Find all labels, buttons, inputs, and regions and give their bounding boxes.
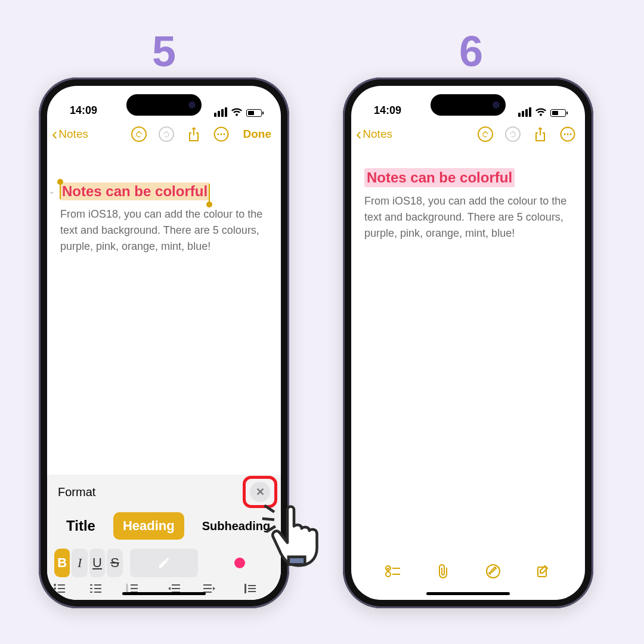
bold-button[interactable]: B xyxy=(54,549,70,577)
svg-point-39 xyxy=(569,133,571,135)
svg-rect-29 xyxy=(248,585,256,586)
collapse-caret-icon[interactable]: ⌄ xyxy=(48,186,55,196)
svg-point-3 xyxy=(223,133,225,135)
block-quote-button[interactable] xyxy=(244,583,275,594)
svg-rect-31 xyxy=(248,591,256,592)
dashed-list-button[interactable] xyxy=(89,583,124,594)
back-label: Notes xyxy=(363,128,392,141)
screen: 14:09 ‹ Notes xyxy=(351,86,585,600)
cellular-icon xyxy=(518,107,531,117)
bottom-toolbar xyxy=(351,563,585,580)
color-dot-icon xyxy=(234,558,245,568)
svg-rect-17 xyxy=(131,584,138,586)
step-label-6: 6 xyxy=(459,27,483,76)
more-button[interactable] xyxy=(213,126,229,142)
style-heading[interactable]: Heading xyxy=(113,512,184,540)
dash-list-icon xyxy=(89,583,103,594)
svg-point-42 xyxy=(386,572,391,577)
undo-button[interactable] xyxy=(131,126,147,142)
svg-point-6 xyxy=(54,587,56,590)
close-format-button[interactable]: ✕ xyxy=(250,482,270,502)
svg-rect-25 xyxy=(203,584,212,586)
phone-step-6: 14:09 ‹ Notes xyxy=(343,78,593,608)
dynamic-island xyxy=(431,94,506,116)
blockquote-icon xyxy=(244,583,257,594)
redo-button[interactable] xyxy=(505,126,521,142)
redo-button[interactable] xyxy=(159,126,174,142)
status-time: 14:09 xyxy=(70,104,97,119)
compose-button[interactable] xyxy=(535,563,552,580)
svg-point-37 xyxy=(564,133,565,135)
svg-rect-41 xyxy=(392,568,400,569)
share-button[interactable] xyxy=(186,126,202,142)
selection-handle-end[interactable] xyxy=(206,202,212,208)
svg-rect-7 xyxy=(58,588,65,589)
battery-icon xyxy=(550,109,566,117)
close-icon: ✕ xyxy=(256,485,265,499)
highlight-button[interactable] xyxy=(130,549,199,577)
svg-rect-15 xyxy=(94,592,101,593)
svg-rect-5 xyxy=(58,584,65,586)
inline-style-row: B I U S xyxy=(54,549,274,577)
done-button[interactable]: Done xyxy=(243,128,272,141)
phone-step-5: 14:09 ‹ Notes xyxy=(39,78,289,608)
svg-rect-22 xyxy=(172,584,180,586)
text-style-row[interactable]: Title Heading Subheading Body xyxy=(53,509,275,546)
markup-button[interactable] xyxy=(485,563,501,580)
svg-rect-28 xyxy=(244,584,246,593)
share-button[interactable] xyxy=(532,126,548,142)
svg-rect-11 xyxy=(94,584,101,586)
svg-rect-30 xyxy=(248,588,256,589)
svg-rect-26 xyxy=(203,588,212,589)
svg-rect-35 xyxy=(289,557,305,565)
format-label: Format xyxy=(58,485,95,499)
svg-rect-43 xyxy=(392,574,400,575)
format-panel: Format ✕ Title Heading Subheading Body B… xyxy=(47,475,281,600)
note-body[interactable]: From iOS18, you can add the colour to th… xyxy=(364,193,572,242)
back-label: Notes xyxy=(58,128,88,141)
note-title-selected[interactable]: Notes can be colorful xyxy=(60,182,209,200)
svg-rect-19 xyxy=(131,588,138,589)
nav-bar: ‹ Notes Done xyxy=(47,119,281,148)
step-label-5: 5 xyxy=(152,27,176,76)
svg-rect-23 xyxy=(172,588,180,589)
svg-rect-13 xyxy=(94,588,101,589)
color-swatch-button[interactable] xyxy=(205,549,274,577)
pencil-icon xyxy=(157,556,171,569)
note-content[interactable]: Notes can be colorful From iOS18, you ca… xyxy=(351,148,585,600)
chevron-left-icon: ‹ xyxy=(52,125,57,144)
back-button[interactable]: ‹ Notes xyxy=(356,125,392,144)
strikethrough-button[interactable]: S xyxy=(107,549,122,577)
cellular-icon xyxy=(214,107,227,117)
svg-point-2 xyxy=(220,133,222,135)
screen: 14:09 ‹ Notes xyxy=(47,86,281,600)
attachment-button[interactable] xyxy=(435,563,451,580)
home-indicator[interactable] xyxy=(426,592,510,595)
back-button[interactable]: ‹ Notes xyxy=(52,125,88,144)
wifi-icon xyxy=(535,108,547,117)
italic-button[interactable]: I xyxy=(72,549,87,577)
battery-icon xyxy=(246,109,262,117)
svg-point-4 xyxy=(54,584,56,586)
checklist-button[interactable] xyxy=(385,563,401,580)
style-subheading[interactable]: Subheading xyxy=(193,513,275,539)
bulleted-list-button[interactable] xyxy=(53,583,88,594)
svg-point-8 xyxy=(54,591,56,593)
svg-rect-12 xyxy=(90,588,92,589)
svg-rect-14 xyxy=(90,592,92,593)
home-indicator[interactable] xyxy=(122,592,206,595)
more-button[interactable] xyxy=(560,126,575,142)
note-content[interactable]: ⌄ Notes can be colorful From iOS18, you … xyxy=(47,148,281,475)
style-title[interactable]: Title xyxy=(57,512,105,540)
note-body[interactable]: From iOS18, you can add the colour to th… xyxy=(60,206,268,255)
note-title[interactable]: Notes can be colorful xyxy=(364,168,515,187)
bullet-list-icon xyxy=(53,583,66,594)
undo-button[interactable] xyxy=(478,126,493,142)
chevron-left-icon: ‹ xyxy=(356,125,361,144)
nav-bar: ‹ Notes xyxy=(351,119,585,148)
svg-rect-10 xyxy=(90,584,92,586)
underline-button[interactable]: U xyxy=(89,549,105,577)
wifi-icon xyxy=(231,108,243,117)
indent-button[interactable] xyxy=(203,583,237,594)
svg-point-38 xyxy=(566,133,568,135)
